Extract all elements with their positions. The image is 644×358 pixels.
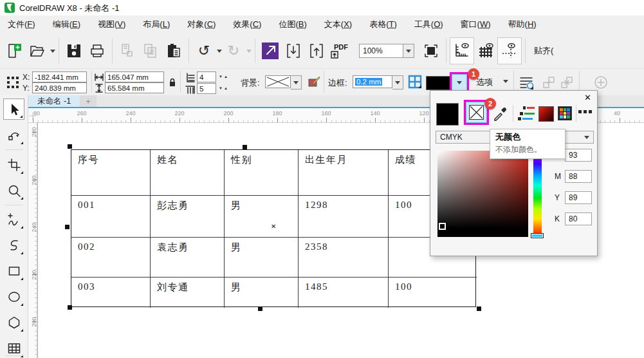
freehand-tool[interactable] <box>3 209 24 230</box>
x-position-field[interactable]: -182.441 mm <box>32 71 87 82</box>
copy-button[interactable] <box>139 38 162 64</box>
shape-tool[interactable] <box>3 124 24 146</box>
selection-handle[interactable] <box>243 145 247 149</box>
hue-strip[interactable] <box>533 152 542 236</box>
table-cell[interactable]: 100 <box>389 278 477 308</box>
new-document-tab-button[interactable]: + <box>80 95 97 107</box>
y-position-field[interactable]: 240.839 mm <box>32 82 87 93</box>
cols-spinner[interactable]: ▼▲ <box>219 86 229 90</box>
menu-help[interactable]: 帮助(H) <box>508 19 537 30</box>
open-button[interactable] <box>26 38 49 64</box>
edit-fill-icon[interactable] <box>308 75 320 88</box>
more-options-icon[interactable] <box>578 110 592 113</box>
menu-edit[interactable]: 编辑(E) <box>53 19 80 30</box>
rectangle-tool[interactable] <box>3 260 24 281</box>
export-button[interactable] <box>305 38 328 64</box>
options-button[interactable]: 选项 <box>476 77 493 88</box>
link-tables-icon[interactable] <box>542 75 556 90</box>
magenta-field[interactable]: 88 <box>565 170 592 183</box>
selection-handle[interactable] <box>68 305 72 310</box>
color-marker[interactable] <box>439 223 446 230</box>
document-tab-active[interactable]: 未命名 -1 <box>28 95 80 107</box>
save-button[interactable] <box>62 38 86 64</box>
pick-tool[interactable] <box>3 99 24 120</box>
menu-table[interactable]: 表格(T) <box>369 19 397 30</box>
yellow-field[interactable]: 89 <box>565 191 592 204</box>
close-icon[interactable]: ✕ <box>584 93 591 102</box>
table-cell[interactable]: 男 <box>225 196 299 238</box>
no-color-button[interactable] <box>466 102 487 123</box>
menu-text[interactable]: 文本(X) <box>324 19 352 30</box>
undo-dropdown-arrow[interactable] <box>217 50 222 53</box>
selection-handle[interactable] <box>477 306 481 311</box>
menu-window[interactable]: 窗口(W) <box>461 19 491 30</box>
table-cell[interactable]: 男 <box>225 278 299 308</box>
table-cell[interactable]: 袁志勇 <box>151 238 225 278</box>
border-selection-icon[interactable] <box>408 75 422 89</box>
color-palettes-icon[interactable] <box>558 106 572 120</box>
menu-layout[interactable]: 布局(L) <box>143 19 170 30</box>
snap-to-dropdown[interactable]: 贴齐( <box>534 45 553 57</box>
table-cell[interactable]: 性别 <box>225 150 299 196</box>
table-cell[interactable]: 序号 <box>71 150 151 196</box>
redo-button[interactable]: ↻ <box>222 38 245 64</box>
publish-pdf-button[interactable]: PDF <box>328 38 354 64</box>
color-sliders-icon[interactable] <box>518 106 535 120</box>
menu-view[interactable]: 视图(V) <box>98 19 125 30</box>
table-cell[interactable]: 姓名 <box>151 150 225 196</box>
fullscreen-preview-button[interactable] <box>419 38 443 64</box>
show-grid-button[interactable] <box>474 38 497 64</box>
outline-color-dropdown-arrow[interactable] <box>452 74 467 91</box>
border-width-dropdown[interactable] <box>392 75 403 90</box>
color-viewers-icon[interactable] <box>538 106 554 122</box>
vertical-ruler[interactable]: 280 260 240 220 200 <box>28 123 37 358</box>
show-guidelines-button[interactable] <box>497 37 522 64</box>
menu-file[interactable]: 文件(F) <box>8 19 35 30</box>
table-cell[interactable]: 出生年月 <box>299 150 389 196</box>
zoom-level-dropdown-arrow[interactable] <box>403 44 414 58</box>
table-columns-field[interactable]: 5 <box>197 83 216 94</box>
undo-button[interactable]: ↺ <box>192 38 216 64</box>
ruler-origin-icon[interactable] <box>28 109 37 122</box>
open-dropdown-arrow[interactable] <box>50 50 55 53</box>
cyan-field[interactable]: 93 <box>565 149 592 162</box>
print-button[interactable] <box>86 38 109 64</box>
table-cell[interactable]: 1485 <box>299 278 389 308</box>
menu-bitmaps[interactable]: 位图(B) <box>279 19 306 30</box>
selection-center-marker[interactable]: ✕ <box>271 223 276 230</box>
text-wrap-icon[interactable] <box>519 75 534 90</box>
table-cell[interactable]: 001 <box>71 196 151 238</box>
ellipse-tool[interactable] <box>3 286 24 307</box>
selection-handle[interactable] <box>258 306 262 311</box>
border-width-field[interactable]: 0.2 mm <box>353 75 392 88</box>
table-cell[interactable]: 002 <box>71 238 151 278</box>
polygon-tool[interactable] <box>3 312 24 333</box>
table-cell[interactable]: 003 <box>71 278 151 308</box>
paste-button[interactable] <box>162 38 185 64</box>
outline-color-swatch[interactable] <box>426 76 452 90</box>
table-rows-field[interactable]: 4 <box>197 71 216 82</box>
menu-object[interactable]: 对象(C) <box>187 19 216 30</box>
menu-tools[interactable]: 工具(O) <box>414 19 443 30</box>
object-width-field[interactable]: 165.047 mm <box>105 71 164 82</box>
table-cell[interactable]: 1298 <box>299 196 389 238</box>
object-height-field[interactable]: 65.584 mm <box>105 82 164 93</box>
table-cell[interactable]: 刘专通 <box>151 278 225 308</box>
current-color-swatch[interactable] <box>436 103 459 126</box>
lock-ratio-icon[interactable] <box>169 78 176 87</box>
table-cell[interactable]: 2358 <box>299 238 389 278</box>
background-fill-swatch[interactable] <box>265 75 291 88</box>
bspline-tool[interactable] <box>3 234 24 256</box>
menu-effects[interactable]: 效果(C) <box>233 19 261 30</box>
zoom-level-combobox[interactable]: 100% <box>359 44 403 58</box>
eyedropper-icon[interactable] <box>492 105 509 122</box>
cut-button[interactable] <box>116 38 139 64</box>
selection-handle[interactable] <box>68 144 72 149</box>
add-circle-icon[interactable] <box>593 75 609 90</box>
search-content-button[interactable] <box>259 38 282 64</box>
hue-slider-handle[interactable] <box>531 233 544 238</box>
rows-spinner[interactable]: ▼▲ <box>219 75 229 79</box>
import-button[interactable] <box>282 38 305 64</box>
table-cell[interactable]: 彭志勇 <box>151 196 225 238</box>
redo-dropdown-arrow[interactable] <box>246 50 252 53</box>
